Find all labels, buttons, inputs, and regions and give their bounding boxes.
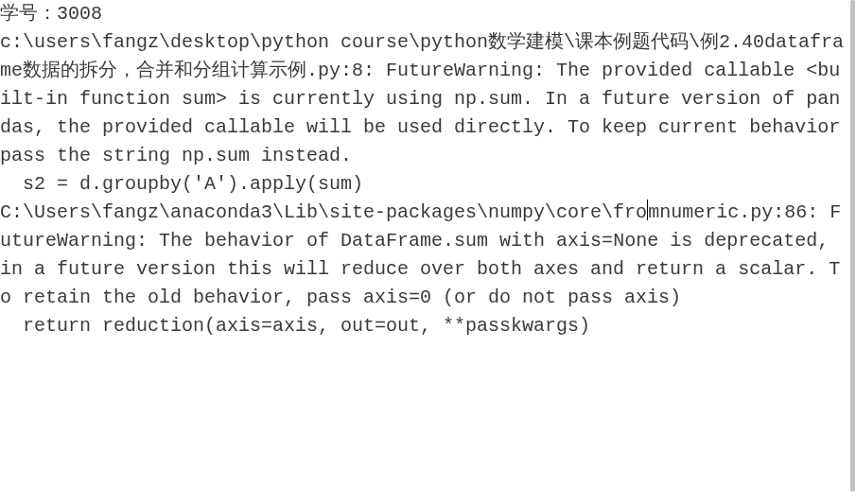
student-id-line: 学号：3008 xyxy=(0,3,102,25)
warning2-source-path-a: C:\Users\fangz\anaconda3\Lib\site-packag… xyxy=(0,201,647,223)
warning2-source-path-b: mnumeric.py xyxy=(648,201,773,223)
warning1-code: s2 = d.groupby('A').apply(sum) xyxy=(0,173,363,195)
vertical-scrollbar[interactable] xyxy=(846,0,856,504)
warning1-line-no: 8 xyxy=(352,60,363,81)
scrollbar-thumb[interactable] xyxy=(850,0,855,492)
warning2-code: return reduction(axis=axis, out=out, **p… xyxy=(0,315,590,337)
terminal-output[interactable]: 学号：3008 c:\users\fangz\desktop\python co… xyxy=(0,0,846,504)
terminal-viewport: 学号：3008 c:\users\fangz\desktop\python co… xyxy=(0,0,856,504)
warning1-category: FutureWarning xyxy=(386,60,533,81)
warning2-line-no: 86 xyxy=(784,201,807,223)
